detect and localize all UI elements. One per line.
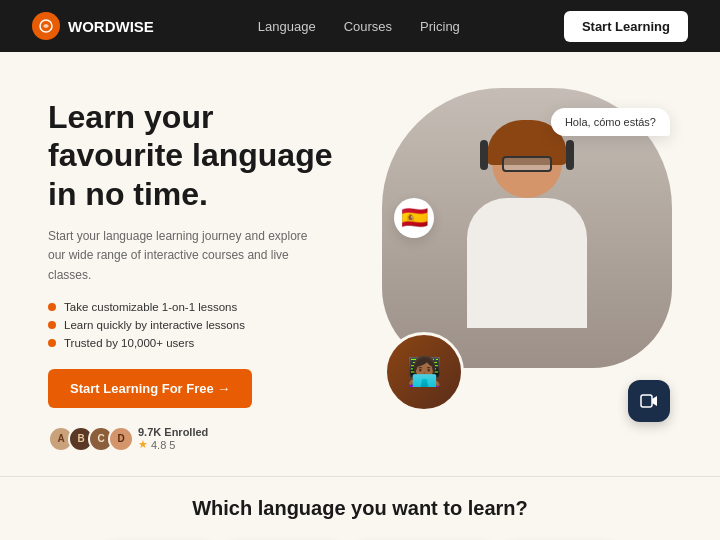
hero-subtitle: Start your language learning journey and… xyxy=(48,227,308,285)
nav-item-language[interactable]: Language xyxy=(258,17,316,35)
person-head xyxy=(492,128,562,198)
enrolled-row: A B C D 9.7K Enrolled ★ 4.8 5 xyxy=(48,426,354,452)
chat-bubble: Hola, cómo estás? xyxy=(551,108,670,136)
logo: WORDWISE xyxy=(32,12,154,40)
flag-badge: 🇪🇸 xyxy=(394,198,434,238)
nav-item-courses[interactable]: Courses xyxy=(344,17,392,35)
glasses xyxy=(502,156,552,172)
person-body xyxy=(467,198,587,328)
logo-text: WORDWISE xyxy=(68,18,154,35)
hero-left: Learn your favourite language in no time… xyxy=(48,88,354,452)
bullet-3 xyxy=(48,339,56,347)
bullet-1 xyxy=(48,303,56,311)
video-button[interactable] xyxy=(628,380,670,422)
headset-left xyxy=(480,140,488,170)
headset-right xyxy=(566,140,574,170)
languages-title: Which language you want to learn? xyxy=(40,497,680,520)
section-divider xyxy=(0,476,720,477)
nav-item-pricing[interactable]: Pricing xyxy=(420,17,460,35)
star-icon: ★ xyxy=(138,438,148,451)
person-silhouette xyxy=(427,128,627,368)
hero-section: Learn your favourite language in no time… xyxy=(0,52,720,472)
nav-start-learning-button[interactable]: Start Learning xyxy=(564,11,688,42)
avatar-4: D xyxy=(108,426,134,452)
enrolled-info: 9.7K Enrolled ★ 4.8 5 xyxy=(138,426,208,451)
svg-rect-4 xyxy=(641,395,652,407)
languages-section: Which language you want to learn? 🇫🇷Fren… xyxy=(0,481,720,540)
hero-right: Hola, cómo estás? 🇪🇸 👩🏾‍💻 xyxy=(374,88,680,452)
hero-title: Learn your favourite language in no time… xyxy=(48,98,354,213)
hero-cta-button[interactable]: Start Learning For Free → xyxy=(48,369,252,408)
feature-item-1: Take customizable 1-on-1 lessons xyxy=(48,301,354,313)
enrolled-avatars: A B C D xyxy=(48,426,128,452)
rating: ★ 4.8 5 xyxy=(138,438,208,451)
navbar: WORDWISE Language Courses Pricing Start … xyxy=(0,0,720,52)
nav-links: Language Courses Pricing xyxy=(258,17,460,35)
feature-item-3: Trusted by 10,000+ users xyxy=(48,337,354,349)
bullet-2 xyxy=(48,321,56,329)
feature-item-2: Learn quickly by interactive lessons xyxy=(48,319,354,331)
logo-icon xyxy=(32,12,60,40)
small-person-image: 👩🏾‍💻 xyxy=(384,332,464,412)
features-list: Take customizable 1-on-1 lessons Learn q… xyxy=(48,301,354,349)
